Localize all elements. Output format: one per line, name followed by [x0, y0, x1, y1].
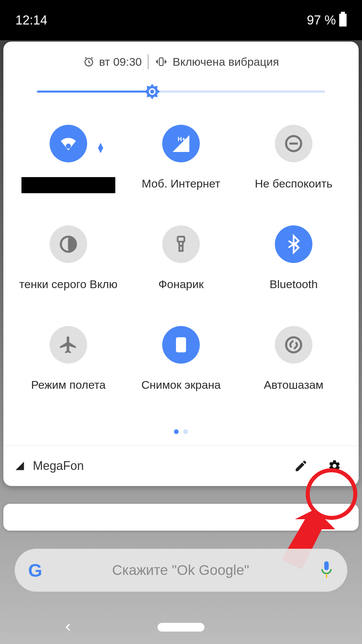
ring-mode-label: Включена вибрация: [173, 55, 279, 68]
tile-mobiledata[interactable]: H+Моб. Интернет: [125, 118, 237, 219]
settings-button[interactable]: [322, 453, 347, 479]
mobiledata-icon: H+: [171, 133, 191, 154]
ring-mode-info[interactable]: Включена вибрация: [155, 55, 279, 68]
brightness-icon: [144, 83, 161, 100]
battery-percent: 97 %: [307, 13, 336, 28]
tile-grayscale[interactable]: тенки серого Вклю: [12, 219, 125, 319]
alarm-info[interactable]: вт 09:30: [83, 55, 142, 68]
svg-point-16: [286, 337, 301, 353]
torch-toggle[interactable]: [162, 225, 200, 263]
screenshot-label: Снимок экрана: [141, 378, 221, 391]
shazam-toggle[interactable]: [275, 326, 312, 364]
shazam-label: Автошазам: [264, 378, 323, 391]
bluetooth-toggle[interactable]: [275, 225, 312, 263]
svg-point-13: [180, 245, 182, 247]
grayscale-toggle[interactable]: [50, 225, 87, 263]
airplane-icon: [58, 335, 78, 355]
shazam-icon: [284, 335, 304, 355]
svg-rect-1: [159, 58, 163, 66]
qs-header: вт 09:30 Включена вибрация: [3, 52, 359, 72]
vibrate-icon: [155, 56, 168, 67]
status-bar: 12:14 97 %: [0, 0, 362, 40]
tile-dnd[interactable]: Не беспокоить: [237, 118, 350, 219]
screenshot-toggle[interactable]: [162, 326, 200, 364]
dnd-icon: [284, 133, 304, 154]
wifi-toggle[interactable]: [50, 125, 87, 162]
svg-rect-18: [324, 561, 328, 570]
qs-footer: MegaFon: [3, 446, 359, 486]
svg-rect-12: [178, 237, 184, 242]
dnd-toggle[interactable]: [275, 125, 312, 162]
dnd-label: Не беспокоить: [255, 177, 333, 190]
brightness-thumb[interactable]: [144, 83, 161, 100]
wifi-expand-icon[interactable]: ▲▼: [96, 143, 105, 152]
grayscale-icon: [58, 234, 78, 254]
alarm-label: вт 09:30: [99, 55, 142, 68]
header-divider: [148, 54, 148, 69]
navigation-bar: [0, 610, 362, 644]
home-pill[interactable]: [158, 623, 204, 632]
carrier-label: MegaFon: [33, 459, 280, 473]
tile-torch[interactable]: Фонарик: [125, 219, 237, 319]
status-time: 12:14: [15, 13, 47, 28]
gear-icon: [328, 459, 341, 473]
grayscale-label: тенки серого Вклю: [19, 278, 117, 291]
tile-wifi[interactable]: ▲▼: [12, 118, 125, 219]
pencil-icon: [294, 459, 308, 473]
notification-placeholder[interactable]: [3, 504, 359, 531]
mobiledata-label: Моб. Интернет: [142, 177, 220, 190]
google-hint: Скажите "Ok Google": [42, 562, 319, 578]
airplane-label: Режим полета: [31, 378, 106, 391]
quick-settings-panel: вт 09:30 Включена вибрация ▲▼H+Моб. Инте…: [3, 42, 359, 486]
edit-tiles-button[interactable]: [288, 453, 314, 479]
chevron-left-icon: [64, 620, 73, 635]
torch-icon: [171, 234, 191, 254]
wifi-label: [21, 177, 115, 193]
airplane-toggle[interactable]: [50, 326, 87, 364]
battery-icon: [339, 14, 347, 26]
tile-screenshot[interactable]: Снимок экрана: [125, 319, 237, 420]
qs-tiles-grid: ▲▼H+Моб. ИнтернетНе беспокоитьтенки серо…: [3, 111, 359, 420]
bluetooth-label: Bluetooth: [269, 278, 318, 291]
brightness-slider[interactable]: [37, 78, 325, 105]
tile-shazam[interactable]: Автошазам: [237, 319, 350, 420]
wifi-icon: [58, 133, 78, 154]
google-logo-icon: G: [28, 560, 42, 581]
page-dot-1[interactable]: [183, 429, 188, 434]
svg-point-4: [150, 90, 154, 94]
screenshot-icon: [171, 335, 191, 355]
tile-airplane[interactable]: Режим полета: [12, 319, 125, 420]
back-button[interactable]: [64, 620, 73, 635]
brightness-fill: [37, 91, 152, 93]
page-dot-0[interactable]: [174, 429, 179, 434]
svg-rect-19: [326, 574, 327, 578]
google-search-bar[interactable]: G Скажите "Ok Google": [15, 549, 347, 592]
bluetooth-icon: [284, 234, 304, 254]
page-indicator[interactable]: [3, 420, 359, 445]
torch-label: Фонарик: [158, 278, 203, 291]
mic-icon[interactable]: [319, 560, 334, 580]
mobiledata-toggle[interactable]: H+: [162, 125, 200, 162]
alarm-icon: [83, 56, 95, 67]
signal-icon: [15, 461, 25, 471]
tile-bluetooth[interactable]: Bluetooth: [237, 219, 350, 319]
